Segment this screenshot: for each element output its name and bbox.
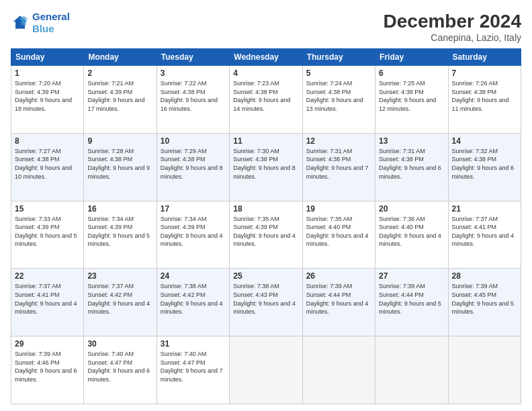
day-number: 16 xyxy=(87,204,152,214)
calendar-cell: 4 Sunrise: 7:23 AM Sunset: 4:38 PM Dayli… xyxy=(230,66,302,134)
day-info: Sunrise: 7:29 AM Sunset: 4:38 PM Dayligh… xyxy=(161,147,226,181)
day-number: 22 xyxy=(15,271,80,281)
calendar-cell: 17 Sunrise: 7:34 AM Sunset: 4:39 PM Dayl… xyxy=(157,201,229,269)
day-number: 24 xyxy=(161,271,226,281)
page: General Blue December 2024 Canepina, Laz… xyxy=(0,0,532,411)
day-number: 30 xyxy=(87,339,152,349)
day-number: 7 xyxy=(452,68,517,78)
day-number: 21 xyxy=(452,204,517,214)
calendar-week-row: 8 Sunrise: 7:27 AM Sunset: 4:38 PM Dayli… xyxy=(11,133,521,201)
day-info: Sunrise: 7:38 AM Sunset: 4:43 PM Dayligh… xyxy=(233,282,298,316)
calendar-cell: 27 Sunrise: 7:39 AM Sunset: 4:44 PM Dayl… xyxy=(375,269,448,336)
day-info: Sunrise: 7:31 AM Sunset: 4:38 PM Dayligh… xyxy=(306,147,371,181)
day-info: Sunrise: 7:39 AM Sunset: 4:44 PM Dayligh… xyxy=(306,282,371,316)
calendar-cell: 23 Sunrise: 7:37 AM Sunset: 4:42 PM Dayl… xyxy=(84,269,157,336)
day-info: Sunrise: 7:22 AM Sunset: 4:38 PM Dayligh… xyxy=(161,79,226,113)
calendar-cell: 2 Sunrise: 7:21 AM Sunset: 4:39 PM Dayli… xyxy=(84,66,157,134)
day-number: 10 xyxy=(161,136,226,146)
logo-text: General Blue xyxy=(32,11,70,35)
day-info: Sunrise: 7:37 AM Sunset: 4:42 PM Dayligh… xyxy=(87,282,152,316)
day-info: Sunrise: 7:39 AM Sunset: 4:44 PM Dayligh… xyxy=(379,282,444,316)
header: General Blue December 2024 Canepina, Laz… xyxy=(11,11,521,43)
calendar-cell: 6 Sunrise: 7:25 AM Sunset: 4:38 PM Dayli… xyxy=(375,66,448,134)
calendar-cell xyxy=(375,336,448,404)
calendar-cell: 30 Sunrise: 7:40 AM Sunset: 4:47 PM Dayl… xyxy=(84,336,157,404)
day-number: 31 xyxy=(161,339,226,349)
day-info: Sunrise: 7:39 AM Sunset: 4:46 PM Dayligh… xyxy=(15,350,80,383)
day-info: Sunrise: 7:35 AM Sunset: 4:40 PM Dayligh… xyxy=(306,215,371,248)
day-info: Sunrise: 7:28 AM Sunset: 4:38 PM Dayligh… xyxy=(87,147,152,181)
day-header-thursday: Thursday xyxy=(302,49,375,66)
calendar-cell: 10 Sunrise: 7:29 AM Sunset: 4:38 PM Dayl… xyxy=(157,133,229,201)
day-header-friday: Friday xyxy=(375,49,448,66)
day-info: Sunrise: 7:21 AM Sunset: 4:39 PM Dayligh… xyxy=(87,79,152,113)
day-info: Sunrise: 7:27 AM Sunset: 4:38 PM Dayligh… xyxy=(15,147,80,181)
day-number: 4 xyxy=(233,68,298,78)
calendar-cell: 13 Sunrise: 7:31 AM Sunset: 4:38 PM Dayl… xyxy=(375,133,448,201)
calendar-cell: 29 Sunrise: 7:39 AM Sunset: 4:46 PM Dayl… xyxy=(11,336,84,404)
day-info: Sunrise: 7:24 AM Sunset: 4:38 PM Dayligh… xyxy=(306,79,371,113)
day-number: 9 xyxy=(87,136,152,146)
day-number: 25 xyxy=(233,271,298,281)
day-info: Sunrise: 7:23 AM Sunset: 4:38 PM Dayligh… xyxy=(233,79,298,113)
calendar-cell: 5 Sunrise: 7:24 AM Sunset: 4:38 PM Dayli… xyxy=(302,66,375,134)
day-number: 8 xyxy=(15,136,80,146)
day-number: 13 xyxy=(379,136,444,146)
calendar-cell: 18 Sunrise: 7:35 AM Sunset: 4:39 PM Dayl… xyxy=(230,201,302,269)
day-number: 23 xyxy=(87,271,152,281)
calendar-cell: 16 Sunrise: 7:34 AM Sunset: 4:39 PM Dayl… xyxy=(84,201,157,269)
day-number: 3 xyxy=(161,68,226,78)
day-number: 2 xyxy=(87,68,152,78)
day-number: 12 xyxy=(306,136,371,146)
day-info: Sunrise: 7:26 AM Sunset: 4:38 PM Dayligh… xyxy=(452,79,517,113)
calendar-week-row: 15 Sunrise: 7:33 AM Sunset: 4:39 PM Dayl… xyxy=(11,201,521,269)
calendar-cell: 31 Sunrise: 7:40 AM Sunset: 4:47 PM Dayl… xyxy=(157,336,229,404)
calendar-cell: 1 Sunrise: 7:20 AM Sunset: 4:39 PM Dayli… xyxy=(11,66,84,134)
calendar-cell: 21 Sunrise: 7:37 AM Sunset: 4:41 PM Dayl… xyxy=(448,201,521,269)
day-info: Sunrise: 7:36 AM Sunset: 4:40 PM Dayligh… xyxy=(379,215,444,248)
calendar-cell: 11 Sunrise: 7:30 AM Sunset: 4:38 PM Dayl… xyxy=(230,133,302,201)
day-number: 6 xyxy=(379,68,444,78)
subtitle: Canepina, Lazio, Italy xyxy=(384,32,521,43)
logo: General Blue xyxy=(11,11,70,35)
day-number: 28 xyxy=(452,271,517,281)
calendar-cell: 22 Sunrise: 7:37 AM Sunset: 4:41 PM Dayl… xyxy=(11,269,84,336)
day-header-saturday: Saturday xyxy=(448,49,521,66)
calendar-header-row: SundayMondayTuesdayWednesdayThursdayFrid… xyxy=(11,49,521,66)
day-number: 20 xyxy=(379,204,444,214)
calendar-table: SundayMondayTuesdayWednesdayThursdayFrid… xyxy=(11,48,521,404)
calendar-cell xyxy=(302,336,375,404)
day-header-sunday: Sunday xyxy=(11,49,84,66)
calendar-week-row: 22 Sunrise: 7:37 AM Sunset: 4:41 PM Dayl… xyxy=(11,269,521,336)
calendar-cell: 12 Sunrise: 7:31 AM Sunset: 4:38 PM Dayl… xyxy=(302,133,375,201)
calendar-cell: 8 Sunrise: 7:27 AM Sunset: 4:38 PM Dayli… xyxy=(11,133,84,201)
day-number: 5 xyxy=(306,68,371,78)
title-block: December 2024 Canepina, Lazio, Italy xyxy=(384,11,521,43)
day-header-wednesday: Wednesday xyxy=(230,49,302,66)
day-header-tuesday: Tuesday xyxy=(157,49,229,66)
calendar-cell: 20 Sunrise: 7:36 AM Sunset: 4:40 PM Dayl… xyxy=(375,201,448,269)
main-title: December 2024 xyxy=(384,11,521,32)
calendar-cell: 9 Sunrise: 7:28 AM Sunset: 4:38 PM Dayli… xyxy=(84,133,157,201)
calendar-cell xyxy=(448,336,521,404)
day-number: 27 xyxy=(379,271,444,281)
day-number: 14 xyxy=(452,136,517,146)
day-info: Sunrise: 7:20 AM Sunset: 4:39 PM Dayligh… xyxy=(15,79,80,113)
calendar-cell: 19 Sunrise: 7:35 AM Sunset: 4:40 PM Dayl… xyxy=(302,201,375,269)
calendar-cell xyxy=(230,336,302,404)
day-number: 15 xyxy=(15,204,80,214)
calendar-week-row: 1 Sunrise: 7:20 AM Sunset: 4:39 PM Dayli… xyxy=(11,66,521,134)
calendar-week-row: 29 Sunrise: 7:39 AM Sunset: 4:46 PM Dayl… xyxy=(11,336,521,404)
day-number: 29 xyxy=(15,339,80,349)
day-info: Sunrise: 7:34 AM Sunset: 4:39 PM Dayligh… xyxy=(87,215,152,248)
day-info: Sunrise: 7:39 AM Sunset: 4:45 PM Dayligh… xyxy=(452,282,517,316)
day-info: Sunrise: 7:37 AM Sunset: 4:41 PM Dayligh… xyxy=(15,282,80,316)
day-number: 1 xyxy=(15,68,80,78)
day-number: 26 xyxy=(306,271,371,281)
calendar-cell: 15 Sunrise: 7:33 AM Sunset: 4:39 PM Dayl… xyxy=(11,201,84,269)
calendar-cell: 3 Sunrise: 7:22 AM Sunset: 4:38 PM Dayli… xyxy=(157,66,229,134)
day-number: 19 xyxy=(306,204,371,214)
calendar-cell: 24 Sunrise: 7:38 AM Sunset: 4:42 PM Dayl… xyxy=(157,269,229,336)
calendar-cell: 26 Sunrise: 7:39 AM Sunset: 4:44 PM Dayl… xyxy=(302,269,375,336)
calendar-cell: 7 Sunrise: 7:26 AM Sunset: 4:38 PM Dayli… xyxy=(448,66,521,134)
